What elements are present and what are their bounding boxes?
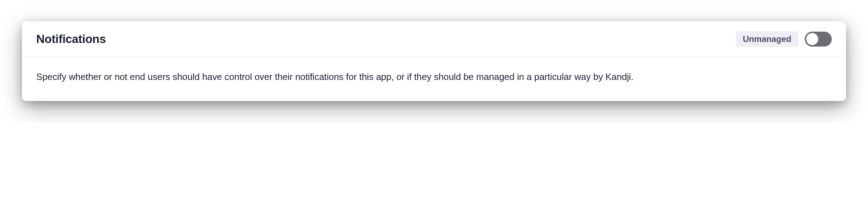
card-title: Notifications xyxy=(36,32,106,46)
description-text: Specify whether or not end users should … xyxy=(36,70,832,84)
notifications-card: Notifications Unmanaged Specify whether … xyxy=(22,21,846,101)
card-header: Notifications Unmanaged xyxy=(22,21,846,57)
manage-toggle[interactable] xyxy=(805,32,832,47)
header-controls: Unmanaged xyxy=(736,31,832,47)
card-body: Specify whether or not end users should … xyxy=(22,57,846,101)
status-badge: Unmanaged xyxy=(736,31,798,47)
toggle-knob xyxy=(806,33,818,45)
